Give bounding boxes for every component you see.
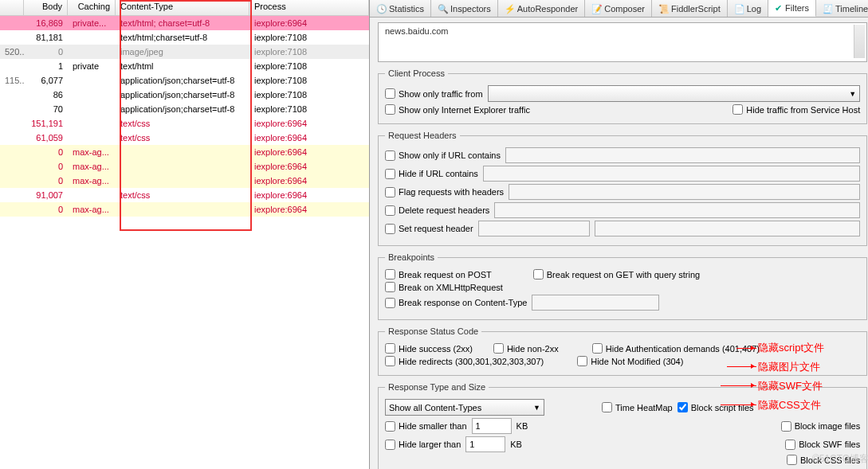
clock-icon: 🕓 bbox=[376, 4, 386, 14]
chk-hide-smaller[interactable]: Hide smaller than bbox=[385, 421, 467, 432]
host-filter-box[interactable]: news.baidu.com bbox=[378, 22, 867, 62]
tab-fiddlerscript[interactable]: 📜FiddlerScript bbox=[652, 0, 728, 17]
kb-label: KB bbox=[516, 421, 528, 431]
chk-hide-svchost[interactable]: Hide traffic from Service Host bbox=[732, 104, 860, 115]
tab-statistics[interactable]: 🕓Statistics bbox=[370, 0, 431, 17]
col-content-type[interactable]: Content-Type bbox=[116, 0, 249, 15]
set-header-name[interactable] bbox=[478, 221, 590, 236]
scrollbar[interactable] bbox=[854, 25, 865, 58]
script-icon: 📜 bbox=[658, 4, 668, 14]
table-row[interactable]: 81,181text/html;charset=utf-8iexplore:71… bbox=[0, 30, 369, 45]
request-headers-group: Request Headers Show only if URL contain… bbox=[378, 131, 867, 246]
table-row[interactable]: 86application/json;charset=utf-8iexplore… bbox=[0, 88, 369, 102]
tab-timeline[interactable]: 🧾Timeline bbox=[816, 0, 868, 17]
table-row[interactable]: 16,869private...text/html; charset=utf-8… bbox=[0, 16, 369, 30]
col-spacer[interactable] bbox=[0, 0, 24, 15]
tab-inspectors[interactable]: 🔍Inspectors bbox=[431, 0, 498, 17]
chk-hide-auth[interactable]: Hide Authentication demands (401,407) bbox=[592, 343, 760, 354]
table-row[interactable]: 1privatetext/htmliexplore:7108 bbox=[0, 59, 369, 73]
chk-delete-headers[interactable]: Delete request headers bbox=[385, 205, 489, 216]
process-combo[interactable]: ▼ bbox=[488, 85, 861, 102]
larger-spinner[interactable] bbox=[465, 436, 505, 452]
host-text: news.baidu.com bbox=[385, 26, 860, 36]
tab-log[interactable]: 📄Log bbox=[728, 0, 768, 17]
tab-filters[interactable]: ✔Filters bbox=[768, 0, 816, 17]
log-icon: 📄 bbox=[734, 4, 744, 14]
table-row[interactable]: 115...6,077application/json;charset=utf-… bbox=[0, 73, 369, 88]
chk-show-only-traffic[interactable]: Show only traffic from bbox=[385, 88, 483, 99]
chk-hide-redirects[interactable]: Hide redirects (300,301,302,303,307) bbox=[385, 356, 544, 366]
content-types-combo[interactable]: Show all Content-Types▼ bbox=[385, 399, 544, 416]
flag-headers-input[interactable] bbox=[509, 184, 860, 200]
chk-block-image[interactable]: Block image files bbox=[781, 421, 861, 432]
chk-break-ct[interactable]: Break response on Content-Type bbox=[385, 298, 527, 308]
arrow-2 bbox=[727, 366, 756, 367]
table-row[interactable]: 61,059text/cssiexplore:6964 bbox=[0, 131, 369, 145]
legend-client-process: Client Process bbox=[385, 68, 448, 78]
grid-header: Body Caching Content-Type Process bbox=[0, 0, 369, 16]
chk-break-post[interactable]: Break request on POST bbox=[385, 269, 492, 279]
legend-type-size: Response Type and Size bbox=[385, 382, 489, 392]
legend-breakpoints: Breakpoints bbox=[385, 252, 438, 262]
col-caching[interactable]: Caching bbox=[68, 0, 116, 15]
legend-request-headers: Request Headers bbox=[385, 131, 460, 140]
chk-time-heatmap[interactable]: Time HeatMap bbox=[602, 402, 673, 412]
timeline-icon: 🧾 bbox=[823, 4, 832, 14]
chk-block-script[interactable]: Block script files bbox=[678, 402, 754, 412]
table-row[interactable]: 0max-ag...iexplore:6964 bbox=[0, 145, 369, 159]
bolt-icon: ⚡ bbox=[505, 4, 514, 14]
table-row[interactable]: 0max-ag...iexplore:6964 bbox=[0, 174, 369, 188]
break-ct-input[interactable] bbox=[532, 295, 659, 311]
col-body[interactable]: Body bbox=[24, 0, 68, 15]
tab-autoresponder[interactable]: ⚡AutoResponder bbox=[498, 0, 585, 17]
url-contains-input[interactable] bbox=[505, 147, 860, 163]
type-size-group: Response Type and Size Show all Content-… bbox=[378, 382, 867, 469]
arrow-3 bbox=[721, 385, 756, 386]
set-header-value[interactable] bbox=[595, 221, 861, 236]
chk-hide-non2xx[interactable]: Hide non-2xx bbox=[493, 343, 559, 354]
tab-bar: 🕓Statistics 🔍Inspectors ⚡AutoResponder 📝… bbox=[370, 0, 868, 18]
table-row[interactable]: 91,007text/cssiexplore:6964 bbox=[0, 188, 369, 202]
chk-hide-url[interactable]: Hide if URL contains bbox=[385, 169, 478, 179]
table-row[interactable]: 0max-ag...iexplore:6964 bbox=[0, 202, 369, 217]
table-row[interactable]: 520...0image/jpegiexplore:7108 bbox=[0, 45, 369, 59]
legend-status-code: Response Status Code bbox=[385, 326, 481, 336]
breakpoints-group: Breakpoints Break request on POST Break … bbox=[378, 252, 867, 320]
chk-ie-only[interactable]: Show only Internet Explorer traffic bbox=[385, 104, 530, 115]
magnifier-icon: 🔍 bbox=[438, 4, 447, 14]
sessions-grid: Body Caching Content-Type Process 16,869… bbox=[0, 0, 370, 469]
delete-headers-input[interactable] bbox=[494, 202, 860, 218]
chk-break-get[interactable]: Break request on GET with query string bbox=[533, 269, 700, 279]
smaller-spinner[interactable] bbox=[472, 418, 512, 434]
chk-break-xhr[interactable]: Break on XMLHttpRequest bbox=[385, 282, 503, 292]
table-row[interactable]: 151,191text/cssiexplore:6964 bbox=[0, 116, 369, 131]
table-row[interactable]: 70application/json;charset=utf-8iexplore… bbox=[0, 102, 369, 116]
right-panel: 🕓Statistics 🔍Inspectors ⚡AutoResponder 📝… bbox=[370, 0, 868, 469]
chk-hide-larger[interactable]: Hide larger than bbox=[385, 440, 461, 450]
table-row[interactable]: 0max-ag...iexplore:6964 bbox=[0, 159, 369, 174]
status-code-group: Response Status Code Hide success (2xx) … bbox=[378, 326, 867, 376]
chk-block-swf[interactable]: Block SWF files bbox=[785, 440, 860, 450]
col-process[interactable]: Process bbox=[249, 0, 369, 15]
hide-url-input[interactable] bbox=[483, 166, 860, 182]
check-icon: ✔ bbox=[775, 3, 782, 14]
client-process-group: Client Process Show only traffic from ▼ … bbox=[378, 68, 867, 124]
watermark: ©51CTO博客 bbox=[812, 452, 868, 466]
kb-label-2: KB bbox=[510, 440, 522, 449]
edit-icon: 📝 bbox=[591, 4, 601, 14]
chk-url-contains[interactable]: Show only if URL contains bbox=[385, 150, 501, 161]
chk-hide-304[interactable]: Hide Not Modified (304) bbox=[577, 356, 683, 366]
tab-composer[interactable]: 📝Composer bbox=[585, 0, 652, 17]
chk-hide-2xx[interactable]: Hide success (2xx) bbox=[385, 343, 473, 354]
arrow-4 bbox=[721, 405, 756, 405]
arrow-1 bbox=[736, 348, 756, 349]
chk-flag-headers[interactable]: Flag requests with headers bbox=[385, 187, 504, 197]
chk-set-header[interactable]: Set request header bbox=[385, 224, 473, 234]
